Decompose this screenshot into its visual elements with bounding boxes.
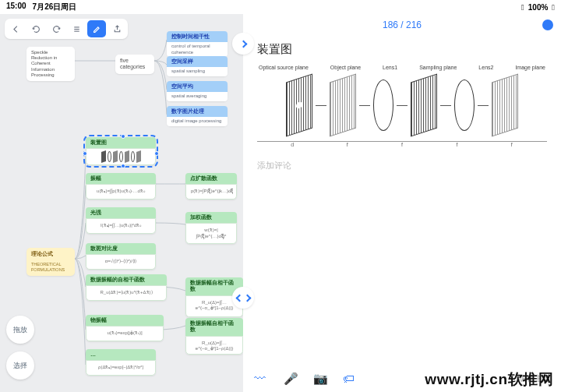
node-b2[interactable]: 空间采样 spatial sampling [167,56,228,76]
back-button[interactable] [6,20,25,37]
tag-icon[interactable]: 🏷 [343,372,355,384]
toolbar [5,19,128,39]
status-time: 15:00 [6,2,26,12]
edit-topic-link[interactable]: 编辑主题 [519,373,550,384]
pager-top[interactable] [232,33,254,55]
detail-header: 186 / 216 [243,14,561,36]
mic-icon[interactable]: 🎤 [284,372,296,384]
mindmap-pane[interactable]: Speckle Reduction in Coherent Informatio… [0,14,243,392]
node-b1[interactable]: 控制时间相干性 control of temporal coherence [167,31,228,57]
camera-icon[interactable]: 📷 [313,372,326,384]
comment-input[interactable]: 添加评论 [243,150,561,181]
select-mode-button[interactable]: 选择 [6,351,34,380]
wifi-icon: 􀙇 [521,3,524,12]
node-g6[interactable]: 数据振幅的自相干函数 R_u(Δx̄)=⟨u(x̄)u*(x̄+Δx̄)⟩ [86,274,167,301]
page-counter: 186 / 216 [383,19,422,30]
pager-nav[interactable] [232,287,254,309]
detail-title: 装置图 [243,36,561,62]
node-b3[interactable]: 空间平均 spatial averaging [167,81,228,101]
info-icon[interactable] [542,19,553,30]
node-g7[interactable]: 物振幅 u(x̄₀)=exp[jϕ(x̄₀)] [86,315,164,341]
wave-icon[interactable]: 〰 [254,372,266,384]
thumbnail [86,148,156,165]
object-plane [330,73,356,136]
node-g1[interactable]: 振幅 u(x̄₁)=∫∫p(x̄)u(x̄₀)·…dx̄₀ [86,173,156,200]
node-g9[interactable]: … ρ(Δx̄₁)=exp[−|Δx̄|²/σ²] [86,349,156,376]
node-g8b[interactable]: 数据振幅自相干函数 R_u(Δ)=∫∫…e^{−σ_ϕ²[1−ρ(Δ)]} [185,318,243,355]
sampling-plane [411,73,437,136]
drag-mode-button[interactable]: 拖放 [6,316,34,344]
image-plane [492,73,518,136]
battery-icon: 􀛨 [552,3,555,12]
node-g5[interactable]: 散斑对比度 σ=√(⟨I²⟩−⟨I⟩²)/⟨I⟩ [86,243,156,270]
detail-pane: 186 / 216 装置图 Optical source plane Objec… [243,14,561,392]
source-plane [286,73,312,136]
node-g3[interactable]: 光强 I(x̄₁)=∫∫…|u(x̄₀)|²dx̄₀ [86,207,156,234]
detail-tools: 〰 🎤 📷 🏷 [254,372,355,384]
node-root[interactable]: Speckle Reduction in Coherent Informatio… [26,47,75,81]
undo-button[interactable] [26,20,45,37]
node-theory[interactable]: 理论公式 THEORETICAL FORMULATIONS [26,248,75,276]
node-g2[interactable]: 点扩散函数 p(x̄)=∫P(ξ̄)e^{jk…}dξ̄ [185,173,237,200]
status-bar: 15:00 7月26日周日 􀙇 100% 􀛨 [0,0,561,14]
status-date: 7月26日周日 [33,2,77,12]
diagram: Optical source plane Object plane Lens1 … [243,62,561,150]
node-categories[interactable]: five categories [115,55,154,74]
redo-button[interactable] [47,20,65,37]
share-button[interactable] [108,20,126,37]
node-selected-diagram[interactable]: 装置图 [86,137,156,165]
outline-button[interactable] [67,20,86,37]
node-g4[interactable]: 加权函数 w(x̄)=|∫P(ξ̄)e^{…}dξ̄|² [185,212,237,244]
battery-pct: 100% [528,3,549,12]
lens1 [373,79,393,131]
lens2 [454,79,475,131]
edit-button[interactable] [87,20,106,37]
node-b4[interactable]: 数字图片处理 digital image processing [167,106,228,126]
